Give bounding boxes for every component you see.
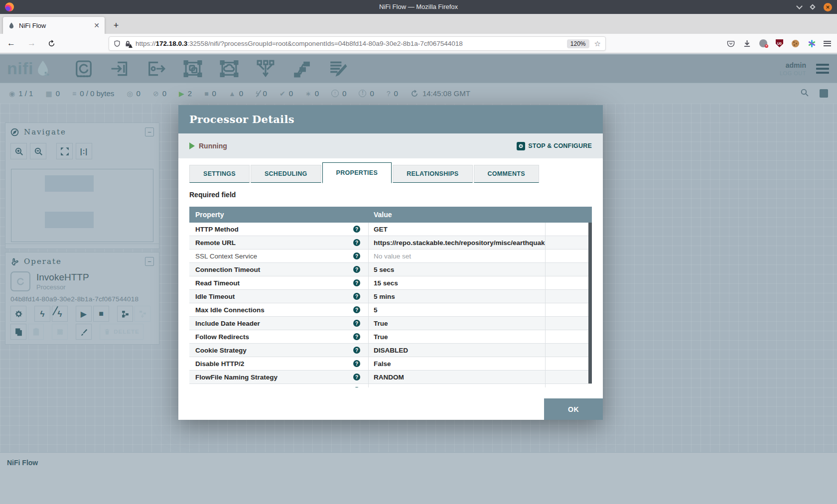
operate-collapse-button[interactable]: − <box>145 257 154 266</box>
lock-warning-icon[interactable] <box>125 40 131 47</box>
template-component-icon[interactable] <box>290 58 313 79</box>
not-transmitting-icon: ⊘ <box>153 90 159 97</box>
settings-panel-icon[interactable] <box>820 89 828 98</box>
property-row: Max Idle Connections?5 <box>189 303 592 317</box>
window-close-button[interactable]: ✕ <box>824 3 832 11</box>
start-button[interactable]: ▶ <box>76 306 92 322</box>
navigate-collapse-button[interactable]: − <box>145 127 154 136</box>
property-row: Connection Timeout?5 secs <box>189 263 592 276</box>
stop-configure-gear-icon <box>517 142 525 150</box>
paste-button <box>28 324 44 340</box>
component-type: Processor <box>36 283 89 291</box>
funnel-component-icon[interactable] <box>254 58 277 79</box>
processor-component-icon[interactable] <box>72 58 95 79</box>
help-icon[interactable]: ? <box>353 226 360 233</box>
status-invalid: ▲0 <box>229 89 243 98</box>
navigate-title: Navigate <box>24 127 66 136</box>
reload-icon[interactable] <box>48 40 55 47</box>
tab-close-icon[interactable]: ✕ <box>94 21 100 29</box>
disable-button[interactable]: ϟ <box>52 306 68 322</box>
copy-button[interactable] <box>10 324 26 340</box>
nifi-favicon <box>8 22 15 29</box>
help-icon[interactable]: ? <box>353 252 360 259</box>
stop-and-configure-button[interactable]: STOP & CONFIGURE <box>517 142 592 150</box>
zoom-in-button[interactable] <box>10 143 27 159</box>
shield-icon[interactable] <box>114 40 121 47</box>
property-extra-cell <box>546 384 592 387</box>
enable-button[interactable]: ϟ <box>34 306 50 322</box>
help-icon[interactable]: ? <box>353 360 360 367</box>
zoom-out-button[interactable] <box>30 143 46 159</box>
url-bar[interactable]: https://172.18.0.3:32558/nifi/?processGr… <box>109 36 606 51</box>
status-running: ▶2 <box>179 89 192 98</box>
help-icon[interactable]: ? <box>353 387 360 387</box>
zoom-fit-button[interactable] <box>56 143 73 159</box>
help-icon[interactable]: ? <box>353 239 360 246</box>
zoom-level-badge[interactable]: 120% <box>567 39 589 48</box>
status-locally-modified-stale: !0 <box>359 89 374 98</box>
tab-properties[interactable]: PROPERTIES <box>322 162 392 183</box>
extension-sparkle-icon[interactable] <box>808 40 815 47</box>
logout-link[interactable]: LOG OUT <box>780 70 806 76</box>
property-row: HTTP Method?GET <box>189 223 592 236</box>
property-value-cell: No value set <box>369 250 546 262</box>
bookmark-star-icon[interactable]: ☆ <box>594 39 601 48</box>
property-row: FlowFile Naming Strategy?RANDOM <box>189 371 592 384</box>
stopped-icon: ■ <box>204 90 208 97</box>
global-menu-icon[interactable] <box>816 62 829 76</box>
stop-button[interactable]: ■ <box>93 306 109 322</box>
property-value-cell: RANDOM <box>369 371 546 383</box>
operate-panel: Operate − InvokeHTTP Processor 04b8fd14-… <box>5 252 159 345</box>
birdseye-minimap[interactable] <box>11 169 153 242</box>
help-icon[interactable]: ? <box>353 333 360 340</box>
input-port-component-icon[interactable] <box>109 58 132 79</box>
zoom-actual-size-button[interactable]: |:| <box>76 143 92 159</box>
help-icon[interactable]: ? <box>353 266 360 273</box>
output-port-component-icon[interactable] <box>145 58 168 79</box>
help-icon[interactable]: ? <box>353 320 360 327</box>
active-threads-icon: ▦ <box>45 90 52 97</box>
browser-menu-icon[interactable] <box>824 39 831 47</box>
back-button[interactable]: ← <box>7 38 15 48</box>
download-icon[interactable] <box>743 40 751 47</box>
ublock-origin-icon[interactable]: U0 <box>776 39 783 47</box>
window-maximize-icon[interactable] <box>810 4 815 9</box>
clustered-nodes-count: 1 / 1 <box>18 89 33 98</box>
disabled-icon: ϟ <box>256 90 259 97</box>
firefox-logo-icon <box>5 2 14 11</box>
color-brush-button[interactable] <box>76 324 92 340</box>
privacy-extension-icon[interactable]: ✕ <box>759 39 767 47</box>
help-icon[interactable]: ? <box>353 347 360 354</box>
breadcrumb-root[interactable]: NiFi Flow <box>7 459 38 467</box>
search-icon[interactable] <box>800 88 809 99</box>
tab-comments[interactable]: COMMENTS <box>474 165 539 183</box>
pocket-icon[interactable] <box>727 40 735 47</box>
refresh-icon[interactable] <box>411 90 418 98</box>
tab-scheduling[interactable]: SCHEDULING <box>251 165 321 183</box>
help-icon[interactable]: ? <box>353 306 360 313</box>
component-toolbar <box>72 58 350 79</box>
property-name-cell: Read Timeout? <box>189 276 369 289</box>
tab-settings[interactable]: SETTINGS <box>189 165 250 183</box>
table-scrollbar[interactable] <box>588 223 592 383</box>
remote-process-group-component-icon[interactable] <box>218 58 241 79</box>
browser-tab[interactable]: NiFi Flow ✕ <box>3 17 105 34</box>
process-group-component-icon[interactable] <box>181 58 204 79</box>
help-icon[interactable]: ? <box>353 293 360 300</box>
label-component-icon[interactable] <box>327 58 350 79</box>
ok-button[interactable]: OK <box>544 398 603 420</box>
locally-modified-stale-count: 0 <box>370 89 374 98</box>
tab-relationships[interactable]: RELATIONSHIPS <box>393 165 472 183</box>
configure-button[interactable] <box>10 306 26 322</box>
property-value-cell: https://repo.stackable.tech/repository/m… <box>369 236 546 249</box>
property-extra-cell <box>546 330 592 343</box>
new-tab-button[interactable]: + <box>110 19 123 32</box>
save-template-button[interactable] <box>117 306 133 322</box>
selected-component-card: InvokeHTTP Processor <box>5 270 159 292</box>
window-minimize-icon[interactable] <box>796 3 803 9</box>
help-icon[interactable]: ? <box>353 279 360 286</box>
nifi-droplet-icon <box>35 60 50 78</box>
locally-modified-icon: ∗ <box>305 90 311 97</box>
cookie-extension-icon[interactable] <box>792 40 799 47</box>
help-icon[interactable]: ? <box>353 374 360 380</box>
